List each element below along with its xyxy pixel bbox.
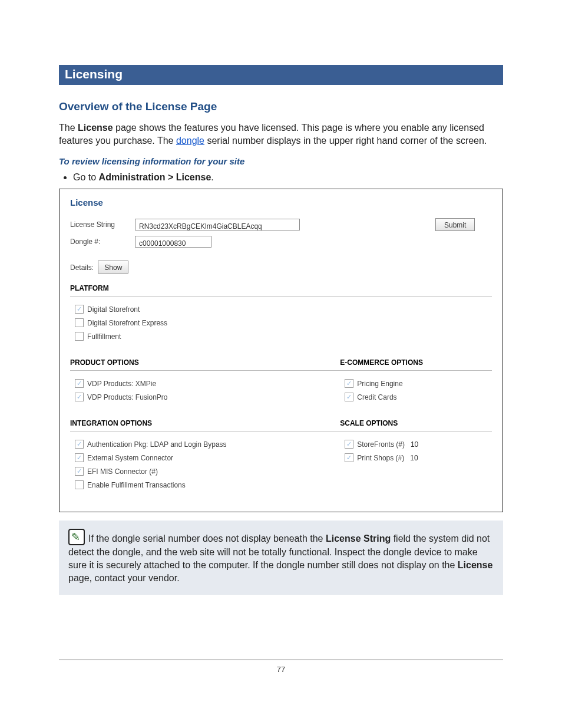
- product-options-heading: PRODUCT OPTIONS: [70, 354, 340, 371]
- note-icon: [68, 529, 85, 545]
- page-number: 77: [59, 665, 503, 674]
- checkbox-icon[interactable]: [75, 332, 84, 341]
- intro-paragraph: The License page shows the features you …: [59, 121, 503, 147]
- checkbox-row: StoreFronts (#) 10: [345, 440, 487, 449]
- note-bold: License String: [326, 533, 391, 543]
- footer-rule: [59, 660, 503, 660]
- integration-options-heading: INTEGRATION OPTIONS: [70, 414, 340, 431]
- checkbox-label: Credit Cards: [357, 393, 396, 401]
- checkbox-label: Enable Fulfillment Transactions: [87, 481, 186, 489]
- dongle-input[interactable]: c00001000830: [135, 236, 211, 248]
- nav-prefix: Go to: [73, 172, 99, 182]
- show-button[interactable]: Show: [98, 261, 128, 274]
- note-block: If the dongle serial number does not dis…: [59, 521, 503, 595]
- checkbox-row: Authentication Pkg: LDAP and Login Bypas…: [75, 440, 335, 449]
- platform-heading: PLATFORM: [70, 279, 492, 297]
- checkbox-label: EFI MIS Connector (#): [87, 467, 158, 476]
- subheading-overview: Overview of the License Page: [59, 100, 503, 113]
- checkbox-row: Pricing Engine: [345, 379, 487, 388]
- checkbox-label: Pricing Engine: [357, 380, 402, 388]
- checkbox-icon[interactable]: [75, 318, 84, 327]
- checkbox-label: Fullfillment: [87, 332, 121, 341]
- checkbox-label: Authentication Pkg: LDAP and Login Bypas…: [87, 440, 227, 449]
- checkbox-label: VDP Products: FusionPro: [87, 393, 168, 401]
- dongle-label: Dongle #:: [70, 238, 135, 246]
- license-string-input[interactable]: RN3cd23XcRBgCEKlm4GiaCBLEAcqq: [135, 219, 300, 230]
- note-text: page, contact your vendor.: [68, 573, 180, 583]
- checkbox-label: Digital Storefront Express: [87, 319, 167, 327]
- checkbox-icon[interactable]: [345, 379, 353, 388]
- details-label: Details:: [70, 263, 94, 272]
- checkbox-label: Digital Storefront: [87, 305, 140, 314]
- checkbox-icon[interactable]: [345, 393, 353, 401]
- scale-value: 10: [411, 440, 418, 449]
- checkbox-row: VDP Products: XMPie: [75, 379, 335, 388]
- checkbox-label: External System Connector: [87, 454, 173, 462]
- checkbox-icon[interactable]: [75, 467, 84, 476]
- checkbox-row: EFI MIS Connector (#): [75, 467, 335, 476]
- checkbox-label: StoreFronts (#): [357, 440, 405, 449]
- checkbox-icon[interactable]: [345, 440, 353, 449]
- checkbox-icon[interactable]: [75, 305, 84, 314]
- license-string-label: License String: [70, 220, 135, 229]
- checkbox-icon[interactable]: [75, 440, 84, 449]
- note-text: If the dongle serial number does not dis…: [88, 533, 326, 543]
- checkbox-row: Fullfillment: [75, 332, 487, 341]
- scale-options-heading: SCALE OPTIONS: [340, 414, 492, 431]
- checkbox-row: Digital Storefront Express: [75, 318, 487, 327]
- checkbox-icon[interactable]: [75, 379, 84, 388]
- checkbox-icon[interactable]: [75, 453, 84, 462]
- checkbox-row: Credit Cards: [345, 393, 487, 401]
- heading-licensing: Licensing: [59, 65, 503, 85]
- submit-button[interactable]: Submit: [435, 218, 475, 231]
- scale-value: 10: [410, 454, 418, 462]
- note-bold: License: [458, 560, 493, 570]
- checkbox-label: VDP Products: XMPie: [87, 380, 156, 388]
- dongle-link[interactable]: dongle: [176, 136, 204, 146]
- checkbox-row: VDP Products: FusionPro: [75, 393, 335, 401]
- nav-instruction: Go to Administration > License.: [73, 172, 503, 183]
- checkbox-icon[interactable]: [345, 453, 353, 462]
- checkbox-label: Print Shops (#): [357, 454, 404, 462]
- intro-text: The: [59, 123, 78, 133]
- license-screenshot: License License String RN3cd23XcRBgCEKlm…: [59, 189, 503, 512]
- checkbox-row: Print Shops (#) 10: [345, 453, 487, 462]
- checkbox-row: Digital Storefront: [75, 305, 487, 314]
- checkbox-icon[interactable]: [75, 393, 84, 401]
- checkbox-row: Enable Fulfillment Transactions: [75, 480, 335, 489]
- nav-path-bold: Administration > License: [99, 172, 211, 182]
- ecommerce-options-heading: E-COMMERCE OPTIONS: [340, 354, 492, 371]
- checkbox-icon[interactable]: [75, 480, 84, 489]
- license-panel-title: License: [70, 197, 492, 207]
- checkbox-row: External System Connector: [75, 453, 335, 462]
- nav-suffix: .: [211, 172, 213, 182]
- intro-license-bold: License: [78, 123, 113, 133]
- subprocedure-title: To review licensing information for your…: [59, 156, 503, 166]
- intro-text: serial number displays in the upper righ…: [204, 136, 487, 146]
